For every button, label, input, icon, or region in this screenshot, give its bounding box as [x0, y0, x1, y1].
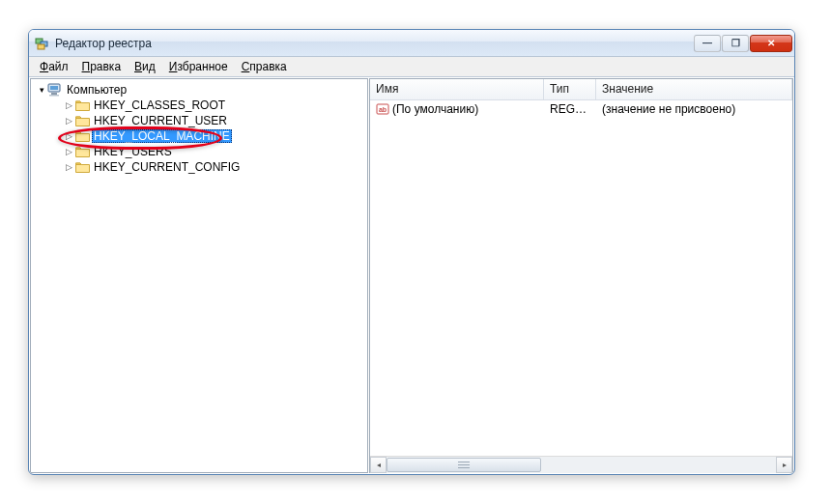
- computer-icon: [47, 82, 63, 98]
- scroll-track[interactable]: [387, 457, 776, 473]
- content-area: ▾ Компьютер ▷HKEY_CLASSES_ROOT▷HKEY_CURR…: [29, 76, 794, 474]
- column-header-value[interactable]: Значение: [596, 79, 792, 99]
- expand-icon[interactable]: ▷: [64, 100, 73, 110]
- folder-icon: [74, 128, 90, 144]
- maximize-button[interactable]: ❐: [722, 35, 749, 52]
- menu-help[interactable]: Справка: [235, 59, 294, 74]
- string-value-icon: ab: [376, 102, 389, 116]
- horizontal-scrollbar[interactable]: ◂ ▸: [370, 456, 792, 472]
- value-type: REG_SZ: [544, 102, 596, 116]
- minimize-button[interactable]: —: [694, 35, 721, 52]
- menu-file[interactable]: Файл: [33, 59, 75, 74]
- column-header-type[interactable]: Тип: [544, 79, 596, 99]
- tree-item-label: HKEY_CLASSES_ROOT: [92, 98, 227, 112]
- menu-edit[interactable]: Правка: [75, 59, 129, 74]
- maximize-icon: ❐: [731, 38, 740, 48]
- svg-text:ab: ab: [379, 106, 387, 113]
- menu-favorites[interactable]: Избранное: [162, 59, 235, 74]
- tree-item-label: HKEY_CURRENT_USER: [92, 114, 229, 127]
- tree-item[interactable]: ▷HKEY_USERS: [46, 144, 367, 159]
- value-name: (По умолчанию): [392, 102, 478, 116]
- folder-icon: [74, 144, 90, 159]
- list-body[interactable]: ab(По умолчанию)REG_SZ(значение не присв…: [370, 100, 792, 456]
- menu-view[interactable]: Вид: [128, 59, 162, 74]
- registry-editor-window: Редактор реестра — ❐ ✕ Файл Правка Вид И…: [28, 29, 795, 475]
- close-button[interactable]: ✕: [750, 35, 792, 52]
- svg-rect-5: [51, 93, 57, 95]
- expand-icon[interactable]: ▷: [64, 162, 73, 172]
- tree-item[interactable]: ▷HKEY_CURRENT_USER: [46, 113, 367, 128]
- expand-icon[interactable]: ▷: [64, 131, 73, 141]
- tree-item[interactable]: ▷HKEY_CLASSES_ROOT: [46, 98, 367, 113]
- tree-root-label: Компьютер: [65, 83, 129, 97]
- close-icon: ✕: [767, 38, 775, 48]
- tree-item-label: HKEY_USERS: [92, 145, 174, 158]
- titlebar[interactable]: Редактор реестра — ❐ ✕: [29, 30, 794, 57]
- tree-item[interactable]: ▷HKEY_LOCAL_MACHINE: [46, 128, 367, 144]
- tree-item[interactable]: ▷HKEY_CURRENT_CONFIG: [46, 159, 367, 175]
- scroll-right-button[interactable]: ▸: [776, 457, 792, 473]
- tree-item-label: HKEY_CURRENT_CONFIG: [92, 160, 242, 174]
- scroll-thumb[interactable]: [387, 458, 541, 472]
- collapse-icon[interactable]: ▾: [37, 85, 46, 95]
- minimize-icon: —: [702, 38, 712, 48]
- tree-item-label: HKEY_LOCAL_MACHINE: [92, 129, 232, 143]
- svg-rect-4: [50, 86, 58, 90]
- tree-root[interactable]: ▾ Компьютер: [31, 82, 367, 98]
- tree-pane[interactable]: ▾ Компьютер ▷HKEY_CLASSES_ROOT▷HKEY_CURR…: [30, 78, 368, 473]
- expand-icon[interactable]: ▷: [64, 116, 73, 126]
- scroll-left-button[interactable]: ◂: [370, 457, 387, 473]
- app-icon: [35, 36, 50, 51]
- list-header: Имя Тип Значение: [370, 79, 792, 100]
- svg-rect-2: [38, 44, 44, 49]
- folder-icon: [74, 159, 90, 175]
- expand-icon[interactable]: ▷: [64, 147, 73, 156]
- column-header-name[interactable]: Имя: [370, 79, 544, 99]
- value-data: (значение не присвоено): [596, 102, 792, 116]
- folder-icon: [74, 113, 90, 128]
- folder-icon: [74, 98, 90, 113]
- list-pane[interactable]: Имя Тип Значение ab(По умолчанию)REG_SZ(…: [369, 78, 793, 473]
- window-controls: — ❐ ✕: [693, 35, 792, 52]
- window-title: Редактор реестра: [55, 37, 693, 50]
- list-row[interactable]: ab(По умолчанию)REG_SZ(значение не присв…: [370, 100, 792, 117]
- svg-rect-6: [49, 95, 59, 97]
- menubar: Файл Правка Вид Избранное Справка: [29, 57, 794, 76]
